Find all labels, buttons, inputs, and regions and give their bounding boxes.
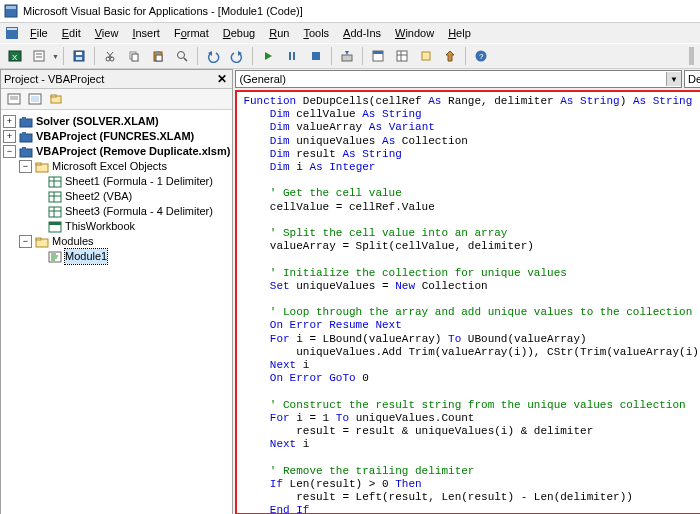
save-icon[interactable] xyxy=(68,45,90,67)
project-pane-title: Project - VBAProject ✕ xyxy=(1,70,232,89)
break-icon[interactable] xyxy=(281,45,303,67)
svg-rect-50 xyxy=(20,149,32,157)
menu-run[interactable]: Run xyxy=(263,26,295,40)
design-mode-icon[interactable] xyxy=(336,45,358,67)
folder-icon xyxy=(35,161,49,173)
cut-icon[interactable] xyxy=(99,45,121,67)
help-icon[interactable]: ? xyxy=(470,45,492,67)
svg-rect-60 xyxy=(49,207,61,217)
svg-rect-11 xyxy=(76,57,82,60)
tree-node-sheet1[interactable]: Sheet1 (Formula - 1 Delimiter) xyxy=(3,174,230,189)
svg-rect-54 xyxy=(49,177,61,187)
svg-point-21 xyxy=(178,52,185,59)
svg-text:X: X xyxy=(12,53,18,62)
toggle-folders-icon[interactable] xyxy=(46,89,66,109)
worksheet-icon xyxy=(48,206,62,218)
project-pane-close-icon[interactable]: ✕ xyxy=(215,72,229,86)
expand-icon[interactable]: + xyxy=(3,115,16,128)
window-title: Microsoft Visual Basic for Applications … xyxy=(23,5,303,17)
tree-node-modules[interactable]: − Modules xyxy=(3,234,230,249)
expand-icon[interactable]: + xyxy=(3,130,16,143)
svg-rect-1 xyxy=(6,6,16,9)
tree-node-funcres[interactable]: + VBAProject (FUNCRES.XLAM) xyxy=(3,129,230,144)
redo-icon[interactable] xyxy=(226,45,248,67)
svg-rect-64 xyxy=(49,222,61,225)
dropdown-arrow-icon[interactable]: ▼ xyxy=(52,53,59,60)
svg-rect-66 xyxy=(36,238,41,240)
menu-file[interactable]: File xyxy=(24,26,54,40)
svg-rect-48 xyxy=(20,134,32,142)
menu-help[interactable]: Help xyxy=(442,26,477,40)
menu-edit[interactable]: Edit xyxy=(56,26,87,40)
module-icon xyxy=(48,251,62,263)
svg-rect-45 xyxy=(51,95,56,97)
control-menu-icon[interactable] xyxy=(6,27,18,39)
menu-format[interactable]: Format xyxy=(168,26,215,40)
svg-rect-26 xyxy=(289,52,291,60)
tree-node-module1[interactable]: Module1 xyxy=(3,249,230,264)
menu-insert[interactable]: Insert xyxy=(126,26,166,40)
run-icon[interactable] xyxy=(257,45,279,67)
toolbox-icon[interactable] xyxy=(439,45,461,67)
paste-icon[interactable] xyxy=(147,45,169,67)
svg-rect-3 xyxy=(7,28,17,30)
svg-rect-10 xyxy=(76,52,82,55)
code-pane: (General) ▼ De Function DeDupCells(cellR… xyxy=(233,69,700,514)
menu-tools[interactable]: Tools xyxy=(297,26,335,40)
worksheet-icon xyxy=(48,176,62,188)
view-code-icon[interactable] xyxy=(4,89,24,109)
dropdown-arrow-icon[interactable]: ▼ xyxy=(666,72,681,86)
collapse-icon[interactable]: − xyxy=(19,160,32,173)
collapse-icon[interactable]: − xyxy=(19,235,32,248)
object-browser-icon[interactable] xyxy=(415,45,437,67)
view-object-icon[interactable] xyxy=(25,89,45,109)
menu-bar: File Edit View Insert Format Debug Run T… xyxy=(0,23,700,43)
reset-icon[interactable] xyxy=(305,45,327,67)
svg-rect-6 xyxy=(34,51,44,61)
svg-rect-51 xyxy=(22,147,26,150)
insert-module-icon[interactable] xyxy=(28,45,50,67)
project-icon xyxy=(19,131,33,143)
svg-rect-27 xyxy=(293,52,295,60)
menu-window[interactable]: Window xyxy=(389,26,440,40)
tree-node-excel-objects[interactable]: − Microsoft Excel Objects xyxy=(3,159,230,174)
tree-node-main-project[interactable]: − VBAProject (Remove Duplicate.xlsm) xyxy=(3,144,230,159)
tree-node-solver[interactable]: + Solver (SOLVER.XLAM) xyxy=(3,114,230,129)
svg-rect-32 xyxy=(373,51,383,54)
tree-node-sheet3[interactable]: Sheet3 (Formula - 4 Delimiter) xyxy=(3,204,230,219)
vba-app-icon xyxy=(4,4,18,18)
svg-rect-47 xyxy=(22,117,26,120)
collapse-icon[interactable]: − xyxy=(3,145,16,158)
menu-addins[interactable]: Add-Ins xyxy=(337,26,387,40)
svg-marker-25 xyxy=(265,52,272,60)
svg-rect-53 xyxy=(36,163,41,165)
properties-icon[interactable] xyxy=(391,45,413,67)
view-excel-icon[interactable]: X xyxy=(4,45,26,67)
svg-marker-30 xyxy=(345,51,349,55)
folder-icon xyxy=(35,236,49,248)
svg-rect-43 xyxy=(31,96,39,102)
svg-rect-46 xyxy=(20,119,32,127)
svg-rect-28 xyxy=(312,52,320,60)
svg-rect-49 xyxy=(22,132,26,135)
menu-debug[interactable]: Debug xyxy=(217,26,261,40)
tree-node-sheet2[interactable]: Sheet2 (VBA) xyxy=(3,189,230,204)
svg-rect-36 xyxy=(422,52,430,60)
project-icon xyxy=(19,146,33,158)
svg-rect-17 xyxy=(132,54,138,61)
project-icon xyxy=(19,116,33,128)
menu-view[interactable]: View xyxy=(89,26,125,40)
find-icon[interactable] xyxy=(171,45,193,67)
project-explorer-pane: Project - VBAProject ✕ + Solver (SOLVER.… xyxy=(0,69,233,514)
project-tree[interactable]: + Solver (SOLVER.XLAM) + VBAProject (FUN… xyxy=(1,110,232,268)
svg-rect-20 xyxy=(156,55,162,61)
copy-icon[interactable] xyxy=(123,45,145,67)
tree-node-thisworkbook[interactable]: ThisWorkbook xyxy=(3,219,230,234)
svg-rect-19 xyxy=(156,51,160,53)
project-explorer-icon[interactable] xyxy=(367,45,389,67)
toolbar-gripper[interactable] xyxy=(689,47,694,65)
undo-icon[interactable] xyxy=(202,45,224,67)
code-editor[interactable]: Function DeDupCells(cellRef As Range, de… xyxy=(235,90,700,514)
procedure-dropdown[interactable]: De xyxy=(684,70,700,88)
object-dropdown[interactable]: (General) ▼ xyxy=(235,70,682,88)
